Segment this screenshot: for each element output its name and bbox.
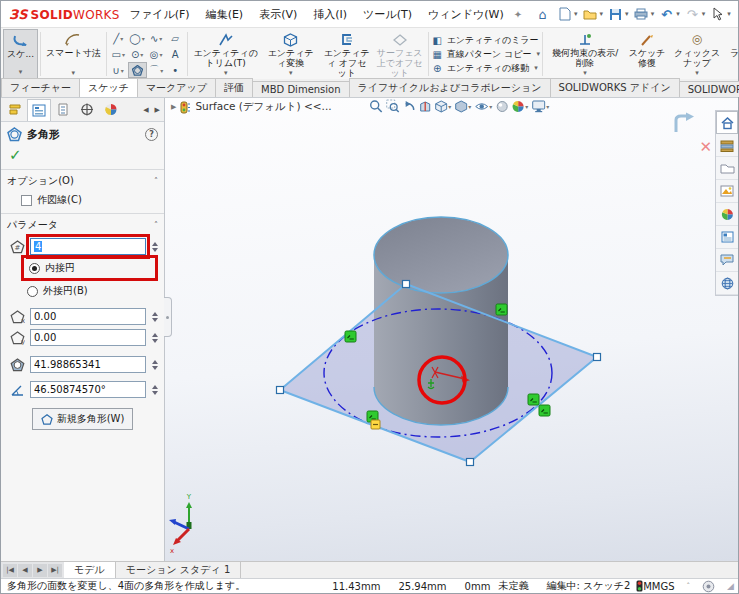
- new-document-icon[interactable]: [554, 4, 575, 24]
- relation-icon-bottom-right-1[interactable]: [528, 394, 539, 405]
- spline-tool[interactable]: ∿▾: [147, 30, 166, 46]
- confirm-corner-exit-sketch-icon[interactable]: [672, 112, 698, 139]
- panel-help-icon[interactable]: ?: [145, 128, 158, 141]
- text-tool[interactable]: A: [166, 46, 185, 62]
- units-caret[interactable]: ˄: [687, 582, 691, 590]
- select-caret[interactable]: ▾: [727, 10, 731, 18]
- select-cursor-icon[interactable]: [707, 4, 728, 24]
- quick-snaps-caret[interactable]: ▾: [695, 70, 699, 79]
- tab-scroll-last-button[interactable]: ▶|: [48, 564, 62, 577]
- trim-entities-button[interactable]: エンティティのトリム(T) ▾: [190, 29, 262, 79]
- print-icon[interactable]: [631, 4, 652, 24]
- open-icon[interactable]: [580, 4, 601, 24]
- model-tab[interactable]: モデル: [64, 561, 116, 578]
- sketch-caret[interactable]: ▾: [19, 69, 23, 78]
- smart-dimension-button[interactable]: スマート寸法 ▾: [43, 29, 104, 79]
- view-orientation-icon[interactable]: ▾: [434, 100, 451, 113]
- vertex-handle-left[interactable]: [277, 387, 284, 394]
- new-polygon-button[interactable]: 新規多角形(W): [32, 408, 134, 430]
- mirror-entities-button[interactable]: ◧ エンティティのミラー: [431, 34, 540, 47]
- vertex-handle-right[interactable]: [594, 354, 601, 361]
- vertex-handle-top[interactable]: [403, 281, 410, 288]
- quick-snaps-button[interactable]: ◎ クィックスナップ ▾: [669, 29, 725, 79]
- print-caret[interactable]: ▾: [651, 10, 655, 18]
- display-style-icon[interactable]: ▾: [454, 100, 471, 113]
- cylinder-body[interactable]: [374, 217, 508, 425]
- units-indicator[interactable]: MMGS: [643, 581, 674, 592]
- ok-check-button[interactable]: ✓: [1, 145, 164, 170]
- options-collapse-caret[interactable]: ˄: [154, 177, 158, 186]
- rectangle-tool[interactable]: ▭▾: [109, 46, 128, 62]
- tab-sketch[interactable]: スケッチ: [79, 78, 138, 97]
- parameters-section-header[interactable]: パラメータ ˄: [1, 214, 164, 236]
- display-delete-relations-button[interactable]: 幾何拘束の表示/削除 ▾: [545, 29, 625, 79]
- menu-insert[interactable]: 挿入(I): [313, 7, 347, 22]
- design-library-icon[interactable]: [716, 134, 738, 157]
- panel-splitter-handle[interactable]: [164, 297, 172, 337]
- tab-scroll-prev-button[interactable]: ◀: [18, 564, 32, 577]
- open-caret[interactable]: ▾: [600, 10, 604, 18]
- options-section-header[interactable]: オプション(O) ˄: [1, 170, 164, 192]
- custom-properties-icon[interactable]: [716, 226, 738, 249]
- confirm-corner-cancel-icon[interactable]: ✕: [699, 138, 712, 156]
- tab-scroll-first-button[interactable]: |◀: [3, 564, 17, 577]
- construction-line-checkbox-row[interactable]: 作図線(C): [1, 192, 164, 213]
- dimxpert-manager-tab[interactable]: [75, 99, 99, 121]
- menu-edit[interactable]: 編集(E): [206, 7, 244, 22]
- display-manager-tab[interactable]: [99, 99, 123, 121]
- relation-icon-top-left[interactable]: [345, 331, 356, 342]
- cylinder-top-face[interactable]: [374, 217, 508, 293]
- status-eye-icon[interactable]: [702, 580, 715, 593]
- construction-line-checkbox[interactable]: [21, 195, 32, 206]
- relation-icon-bottom-right-2[interactable]: [539, 405, 550, 416]
- solidworks-forum-icon[interactable]: [716, 249, 738, 272]
- circumscribed-circle-radio[interactable]: [27, 286, 38, 297]
- save-caret[interactable]: ▾: [625, 10, 629, 18]
- inscribed-circle-radio[interactable]: [29, 263, 40, 274]
- offset-entities-button[interactable]: エンティティ オフセット: [320, 29, 374, 79]
- center-x-spinner[interactable]: [149, 312, 160, 322]
- tab-markup[interactable]: マークアップ: [137, 78, 216, 97]
- relation-icon-top-right[interactable]: [496, 304, 507, 315]
- feature-tree-flyout[interactable]: ▶ Surface (デフォルト) <<...: [165, 100, 332, 114]
- linear-pattern-caret[interactable]: ▾: [537, 50, 541, 58]
- configuration-manager-tab[interactable]: [51, 99, 75, 121]
- menu-file[interactable]: ファイル(F): [130, 7, 190, 22]
- linear-pattern-button[interactable]: ▦ 直線パターン コピー ▾: [431, 48, 540, 61]
- resize-grip[interactable]: ◢: [727, 581, 734, 591]
- move-entities-button[interactable]: ⊕ エンティティの移動 ▾: [431, 62, 540, 75]
- menu-window[interactable]: ウィンドウ(W): [428, 7, 504, 22]
- center-y-input[interactable]: [30, 329, 146, 346]
- tab-solidworks-cam[interactable]: SOLIDWORKS CAM: [679, 81, 739, 97]
- menu-tools[interactable]: ツール(T): [363, 7, 412, 22]
- view-palette-icon[interactable]: [716, 180, 738, 203]
- pin-menu-icon[interactable]: ✦: [514, 4, 522, 24]
- tab-solidworks-addins[interactable]: SOLIDWORKS アドイン: [550, 78, 680, 97]
- sketch-tool-button[interactable]: スケ... ▾: [3, 29, 38, 79]
- home-icon[interactable]: ⌂: [532, 4, 553, 24]
- circle-tool[interactable]: ◯▾: [128, 30, 147, 46]
- move-entities-caret[interactable]: ▾: [534, 64, 538, 72]
- tab-features[interactable]: フィーチャー: [1, 78, 80, 97]
- tab-evaluate[interactable]: 評価: [215, 78, 253, 97]
- menu-view[interactable]: 表示(V): [259, 7, 297, 22]
- slot-tool[interactable]: ∪▾: [109, 62, 128, 78]
- point-tool[interactable]: •: [166, 62, 185, 78]
- coincident-relation-icon[interactable]: [371, 420, 380, 429]
- rapid-sketch-button[interactable]: ラピッドスケッチ: [725, 29, 738, 79]
- tree-expand-icon[interactable]: ▶: [171, 103, 176, 111]
- perimeter-circle-tool[interactable]: ◎▾: [147, 46, 166, 62]
- zoom-to-fit-icon[interactable]: [368, 99, 382, 113]
- view-settings-icon[interactable]: ▾: [531, 100, 549, 113]
- undo-caret[interactable]: ▾: [676, 10, 680, 18]
- feature-manager-tree-tab[interactable]: [3, 99, 27, 121]
- repair-sketch-button[interactable]: スケッチ修復: [625, 29, 669, 79]
- file-explorer-icon[interactable]: [716, 157, 738, 180]
- inscribed-circle-radio-row[interactable]: 内接円: [25, 259, 154, 277]
- panel-tabs-prev-button[interactable]: ◀: [143, 106, 148, 114]
- line-tool[interactable]: ╱▾: [109, 30, 128, 46]
- sides-count-spinner[interactable]: [149, 242, 160, 252]
- tab-scroll-next-button[interactable]: ▶: [33, 564, 47, 577]
- panel-tabs-next-button[interactable]: ▶: [155, 106, 160, 114]
- angle-input[interactable]: [30, 381, 146, 398]
